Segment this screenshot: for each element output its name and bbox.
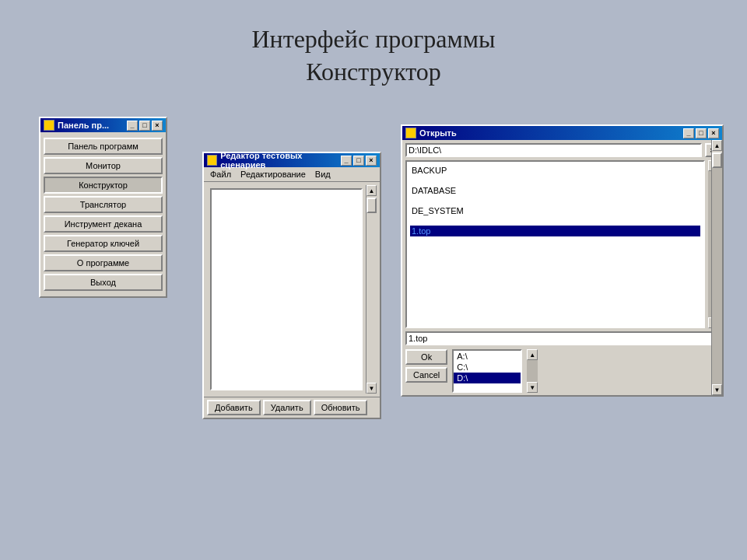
file-item-1top[interactable]: 1.top: [410, 226, 700, 236]
scroll-thumb[interactable]: [366, 198, 377, 213]
close-button[interactable]: ×: [152, 121, 163, 131]
panel-editor: Редактор тестовых сценариев _ □ × Файл Р…: [202, 152, 381, 419]
file-cancel-button[interactable]: Cancel: [405, 367, 447, 383]
file-filename-row: [402, 330, 722, 347]
maximize-button[interactable]: □: [139, 121, 150, 131]
editor-buttons-row: Добавить Удалить Обновить: [204, 397, 380, 418]
drives-scroll-up[interactable]: ▲: [527, 349, 538, 360]
panel-scroll-track: [712, 168, 722, 384]
drives-scroll-track: [527, 360, 538, 382]
file-path-input[interactable]: [405, 143, 702, 157]
scroll-up-arrow[interactable]: ▲: [366, 185, 377, 196]
minimize-button[interactable]: _: [127, 121, 138, 131]
btn-exit[interactable]: Выход: [44, 274, 163, 291]
file-path-row: ×: [402, 140, 722, 159]
btn-update[interactable]: Обновить: [314, 400, 368, 415]
file-maximize-button[interactable]: □: [696, 128, 707, 138]
editor-scrollbar: ▲ ▼: [366, 185, 377, 394]
editor-content: ▲ ▼: [207, 185, 377, 394]
file-bottom-row: Ok Cancel A:\ C:\ D:\ ▲ ▼: [402, 347, 722, 395]
file-close-button[interactable]: ×: [708, 128, 719, 138]
panel-file-right-scrollbar: ▲ ▼: [711, 140, 722, 395]
panel-main: Панель пр... _ □ × Панель программ Монит…: [39, 117, 167, 298]
drive-a[interactable]: A:\: [454, 351, 521, 362]
panel-file-icon: [405, 128, 416, 138]
drives-scrollbar: ▲ ▼: [527, 349, 538, 393]
editor-close-button[interactable]: ×: [366, 156, 377, 166]
btn-constructor[interactable]: Конструктор: [44, 177, 163, 194]
panel-editor-icon: [207, 155, 217, 166]
panel-scroll-down[interactable]: ▼: [712, 384, 722, 395]
drive-c[interactable]: C:\: [454, 362, 521, 373]
file-listbox[interactable]: BACKUP DATABASE DE_SYSTEM 1.top: [405, 160, 705, 328]
editor-listbox[interactable]: [210, 188, 363, 390]
file-item-de-system[interactable]: DE_SYSTEM: [410, 205, 700, 216]
menu-view[interactable]: Вид: [310, 169, 335, 180]
btn-instrument[interactable]: Инструмент декана: [44, 215, 163, 233]
file-item-database[interactable]: DATABASE: [410, 185, 700, 196]
panel-scroll-up[interactable]: ▲: [712, 140, 722, 151]
scroll-down-arrow[interactable]: ▼: [366, 383, 377, 394]
btn-delete[interactable]: Удалить: [263, 400, 311, 415]
panel-editor-titlebar: Редактор тестовых сценариев _ □ ×: [204, 153, 380, 167]
editor-minimize-button[interactable]: _: [341, 156, 352, 166]
file-drives-box[interactable]: A:\ C:\ D:\: [452, 349, 522, 393]
page-title: Интерфейс программы Конструктор: [0, 0, 747, 88]
btn-panel-programm[interactable]: Панель программ: [44, 138, 163, 155]
btn-translator[interactable]: Транслятор: [44, 196, 163, 213]
menu-file[interactable]: Файл: [205, 169, 236, 180]
menu-edit[interactable]: Редактирование: [236, 169, 310, 180]
editor-menubar: Файл Редактирование Вид: [204, 167, 380, 182]
file-item-backup[interactable]: BACKUP: [410, 165, 700, 176]
btn-generator[interactable]: Генератор ключей: [44, 235, 163, 252]
panel-scroll-thumb[interactable]: [712, 152, 722, 168]
file-filename-input[interactable]: [405, 331, 719, 345]
file-ok-button[interactable]: Ok: [405, 349, 447, 365]
drive-d[interactable]: D:\: [454, 373, 521, 383]
panel-main-icon: [44, 120, 54, 131]
file-ok-cancel-col: Ok Cancel: [405, 349, 447, 383]
editor-maximize-button[interactable]: □: [353, 156, 364, 166]
file-minimize-button[interactable]: _: [683, 128, 694, 138]
btn-add[interactable]: Добавить: [207, 400, 261, 415]
file-main-area: BACKUP DATABASE DE_SYSTEM 1.top ▲ ▼: [402, 159, 722, 330]
panel-file-titlebar: Открыть _ □ ×: [402, 126, 722, 140]
btn-monitor[interactable]: Монитор: [44, 157, 163, 174]
btn-about[interactable]: О программе: [44, 254, 163, 271]
panel-main-menu: Панель программ Монитор Конструктор Тран…: [40, 132, 166, 296]
drives-scroll-down[interactable]: ▼: [527, 382, 538, 393]
panel-file: Открыть _ □ × × BACKUP DATABASE DE_SYSTE…: [401, 124, 724, 397]
file-drives-col: A:\ C:\ D:\: [452, 349, 522, 393]
panel-main-titlebar: Панель пр... _ □ ×: [40, 118, 166, 132]
